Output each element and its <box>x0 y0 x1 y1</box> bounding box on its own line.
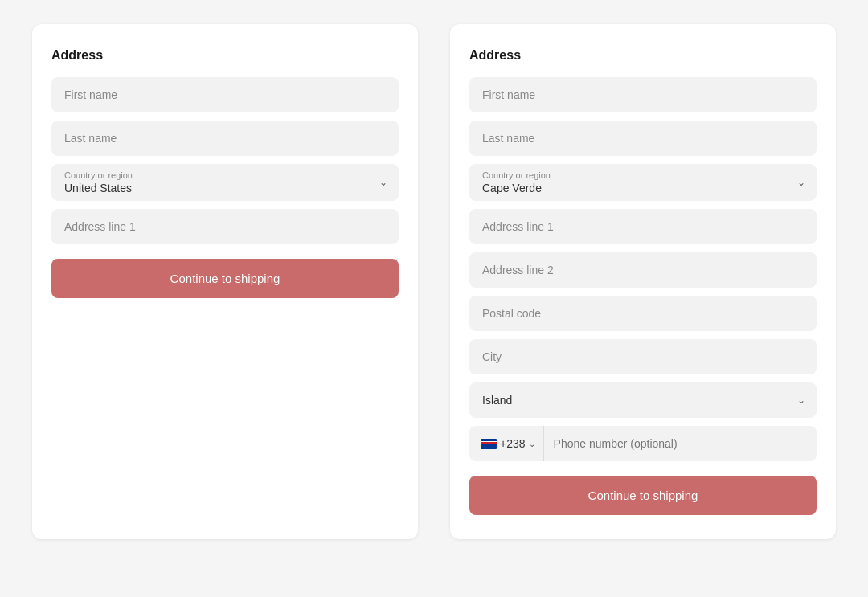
page-container: Address Country or region United States … <box>16 24 852 539</box>
right-address-line1-input[interactable] <box>469 209 817 244</box>
right-island-select-wrapper: Island Santiago São Vicente Sal Fogo ⌄ <box>469 382 817 418</box>
right-phone-input[interactable] <box>554 426 805 461</box>
right-phone-flag-code[interactable]: +238 ⌄ <box>481 426 544 461</box>
right-city-input[interactable] <box>469 339 817 374</box>
right-address-line2-input[interactable] <box>469 252 817 288</box>
left-first-name-input[interactable] <box>51 77 399 112</box>
left-form-title: Address <box>51 48 399 63</box>
right-postal-code-input[interactable] <box>469 296 817 331</box>
right-last-name-input[interactable] <box>469 121 817 156</box>
right-island-select[interactable]: Island Santiago São Vicente Sal Fogo <box>469 382 817 418</box>
left-country-select[interactable]: United States Cape Verde Canada United K… <box>51 164 399 201</box>
left-address-line1-input[interactable] <box>51 209 399 244</box>
right-phone-row: +238 ⌄ <box>469 426 817 461</box>
left-form-panel: Address Country or region United States … <box>32 24 418 539</box>
left-continue-button[interactable]: Continue to shipping <box>51 259 399 298</box>
right-continue-button[interactable]: Continue to shipping <box>469 476 817 515</box>
left-country-select-wrapper: Country or region United States Cape Ver… <box>51 164 399 201</box>
right-phone-chevron-icon: ⌄ <box>529 440 535 448</box>
right-country-select[interactable]: Cape Verde United States Canada United K… <box>469 164 817 201</box>
left-last-name-input[interactable] <box>51 121 399 156</box>
cape-verde-flag-icon <box>481 439 497 449</box>
right-country-select-wrapper: Country or region Cape Verde United Stat… <box>469 164 817 201</box>
right-form-title: Address <box>469 48 817 63</box>
right-phone-code: +238 <box>500 437 526 450</box>
right-first-name-input[interactable] <box>469 77 817 112</box>
right-form-panel: Address Country or region Cape Verde Uni… <box>450 24 836 539</box>
